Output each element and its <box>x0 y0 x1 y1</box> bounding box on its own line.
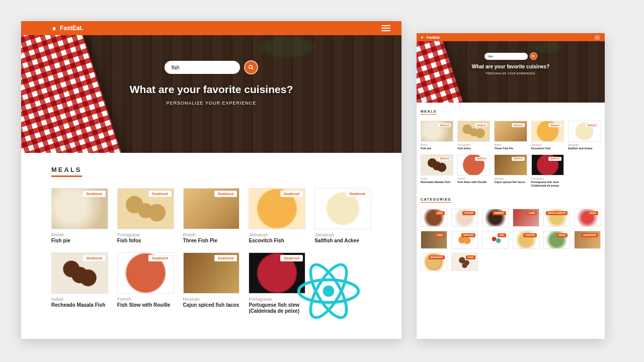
meal-thumb: Seafood <box>457 154 490 175</box>
meal-badge: Seafood <box>438 123 451 127</box>
hero-headline: What are your favorite cuisines? <box>417 64 605 69</box>
categories-section: CATEGORIES BEEF CHICKEN DESSERT LAMB MIS… <box>417 191 605 274</box>
meal-cuisine: British <box>421 143 453 146</box>
meal-cuisine: Jamaican <box>531 143 564 146</box>
meal-thumb: Seafood <box>421 121 453 142</box>
meal-cuisine: Indian <box>421 177 453 180</box>
meal-thumb: Seafood <box>531 121 564 142</box>
meal-thumb: Seafood <box>51 188 108 229</box>
meal-name: Three Fish Pie <box>494 147 527 150</box>
meal-thumb: Seafood <box>494 121 527 142</box>
meal-card[interactable]: Seafood Portuguese Fish fofos <box>117 188 174 244</box>
meal-thumb: Seafood <box>117 252 174 294</box>
meal-name: Saltfish and Ackee <box>314 238 371 244</box>
meal-name: Three Fish Pie <box>183 238 240 244</box>
meal-name: Recheado Masala Fish <box>51 302 108 309</box>
category-thumb: SIDE <box>482 231 509 249</box>
category-badge: SEAFOOD <box>461 233 475 237</box>
category-card[interactable]: VEGAN <box>543 231 570 249</box>
meals-grid: Seafood British Fish pie Seafood Portugu… <box>421 121 601 188</box>
meal-badge: Seafood <box>83 255 106 261</box>
category-card[interactable]: VEGETARIAN <box>574 231 601 249</box>
category-badge: VEGAN <box>556 233 568 237</box>
category-card[interactable]: BEEF <box>421 209 447 227</box>
meal-cuisine: Indian <box>51 297 108 302</box>
meal-card[interactable]: Seafood British Three Fish Pie <box>494 121 527 150</box>
category-badge: DESSERT <box>493 211 506 215</box>
meal-card[interactable]: Seafood Jamaican Saltfish and Ackee <box>314 188 371 244</box>
search-wrap <box>485 52 537 60</box>
meal-badge: Seafood <box>548 123 561 127</box>
category-card[interactable]: BREAKFAST <box>421 253 447 271</box>
meal-card[interactable]: Seafood Portuguese Portuguese fish stew … <box>531 154 564 188</box>
search-input[interactable] <box>489 55 524 58</box>
search-input[interactable] <box>172 65 233 70</box>
meal-thumb: Seafood <box>51 252 108 294</box>
category-card[interactable]: PASTA <box>574 209 601 227</box>
category-badge: CHICKEN <box>462 211 475 215</box>
meal-cuisine: British <box>183 232 240 237</box>
section-title-meals: MEALS <box>421 110 437 115</box>
meal-card[interactable]: Seafood Indian Recheado Masala Fish <box>421 154 453 188</box>
meal-card[interactable]: Seafood British Three Fish Pie <box>183 188 240 244</box>
category-badge: VEGETARIAN <box>581 233 598 237</box>
meal-card[interactable]: Seafood Jamaican Escovitch Fish <box>531 121 564 150</box>
meal-thumb: Seafood <box>249 188 305 229</box>
search-button[interactable] <box>244 60 258 74</box>
meal-card[interactable]: Seafood French Fish Stew with Rouille <box>117 252 174 315</box>
meal-thumb: Seafood <box>117 188 174 229</box>
hero-subline[interactable]: PERSONALIZE YOUR EXPERIENCE <box>21 101 401 106</box>
meal-thumb: Seafood <box>183 188 240 229</box>
meal-card[interactable]: Seafood Mexican Cajun spiced fish tacos <box>183 252 240 315</box>
brand[interactable]: FastEat. <box>421 36 440 39</box>
search-button[interactable] <box>530 52 537 60</box>
meal-thumb: Seafood <box>568 121 601 142</box>
brand[interactable]: FastEat. <box>51 25 84 32</box>
meal-cuisine: French <box>457 177 490 180</box>
menu-button[interactable] <box>595 36 600 39</box>
meal-card[interactable]: Seafood Indian Recheado Masala Fish <box>51 252 108 315</box>
meal-card[interactable]: Seafood British Fish pie <box>421 121 453 150</box>
menu-button[interactable] <box>381 25 390 31</box>
category-thumb: SEAFOOD <box>451 231 478 249</box>
category-card[interactable]: DESSERT <box>482 209 509 227</box>
hero-subline[interactable]: PERSONALIZE YOUR EXPERIENCE <box>417 72 605 75</box>
meal-badge: Seafood <box>512 157 525 161</box>
meal-cuisine: Jamaican <box>314 232 371 237</box>
topbar: FastEat. <box>417 33 605 41</box>
category-thumb: BREAKFAST <box>421 253 447 271</box>
category-card[interactable]: CHICKEN <box>451 209 478 227</box>
meal-card[interactable]: Seafood British Fish pie <box>51 188 108 244</box>
meal-name: Recheado Masala Fish <box>421 180 453 184</box>
category-badge: PORK <box>435 233 445 237</box>
categories-grid: BEEF CHICKEN DESSERT LAMB MISCELLANEOUS … <box>421 209 601 271</box>
meal-thumb: Seafood <box>314 188 371 229</box>
search-wrap <box>165 60 258 74</box>
meal-card[interactable]: Seafood French Fish Stew with Rouille <box>457 154 490 188</box>
meal-cuisine: Mexican <box>183 297 240 302</box>
meal-card[interactable]: Seafood Mexican Cajun spiced fish tacos <box>494 154 527 188</box>
react-logo-icon <box>296 258 361 324</box>
meal-badge: Seafood <box>148 191 172 197</box>
search-input-wrap[interactable] <box>485 53 528 60</box>
category-thumb: LAMB <box>513 209 539 227</box>
search-input-wrap[interactable] <box>165 61 240 74</box>
meal-name: Cajun spiced fish tacos <box>494 180 527 184</box>
category-card[interactable]: SEAFOOD <box>451 231 478 249</box>
meal-name: Escovitch Fish <box>249 238 305 244</box>
category-badge: BREAKFAST <box>429 255 445 259</box>
category-card[interactable]: SIDE <box>482 231 509 249</box>
category-card[interactable]: PORK <box>421 231 447 249</box>
category-card[interactable]: STARTER <box>513 231 539 249</box>
brand-text: FastEat. <box>60 25 84 32</box>
category-thumb: CHICKEN <box>451 209 478 227</box>
meal-card[interactable]: Seafood Jamaican Saltfish and Ackee <box>568 121 601 150</box>
meal-card[interactable]: Seafood Portuguese Fish fofos <box>457 121 490 150</box>
meal-badge: Seafood <box>83 191 106 197</box>
category-card[interactable]: GOAT <box>451 253 478 271</box>
category-card[interactable]: LAMB <box>513 209 539 227</box>
meal-badge: Seafood <box>475 157 488 161</box>
category-card[interactable]: MISCELLANEOUS <box>543 209 570 227</box>
meal-card[interactable]: Seafood Jamaican Escovitch Fish <box>249 188 305 244</box>
bag-icon <box>421 36 424 39</box>
